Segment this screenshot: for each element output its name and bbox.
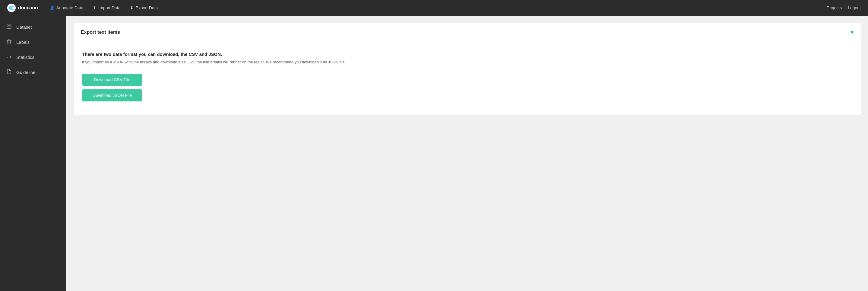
- svg-point-0: [7, 24, 11, 26]
- layout: Dataset Labels Statistics: [0, 16, 868, 291]
- projects-link[interactable]: Projects: [827, 5, 842, 10]
- main-content: Export text items ▾ There are two data f…: [66, 16, 868, 291]
- info-bold-text: There are two data format you can downlo…: [82, 52, 852, 57]
- annotate-data-link[interactable]: 👤 Annotate Data: [45, 4, 88, 12]
- brand[interactable]: 🌐 doccano: [7, 4, 38, 12]
- card-title: Export text items: [81, 30, 120, 35]
- labels-icon: [6, 39, 12, 45]
- svg-marker-1: [7, 39, 11, 43]
- sidebar: Dataset Labels Statistics: [0, 16, 66, 291]
- sidebar-item-guideline[interactable]: Guideline: [0, 65, 66, 80]
- sidebar-item-dataset[interactable]: Dataset: [0, 19, 66, 34]
- export-data-link[interactable]: ⬇ Export Data: [126, 4, 162, 12]
- sidebar-statistics-label: Statistics: [16, 55, 34, 60]
- annotate-icon: 👤: [50, 5, 55, 10]
- statistics-icon: [6, 54, 12, 60]
- download-csv-button[interactable]: Download CSV File: [82, 74, 142, 86]
- export-card: Export text items ▾ There are two data f…: [73, 23, 861, 115]
- sidebar-item-statistics[interactable]: Statistics: [0, 50, 66, 65]
- sidebar-guideline-label: Guideline: [16, 70, 35, 75]
- topnav: 🌐 doccano 👤 Annotate Data ⬆ Import Data …: [0, 0, 868, 16]
- chevron-down-icon[interactable]: ▾: [851, 29, 854, 36]
- sidebar-dataset-label: Dataset: [16, 25, 32, 30]
- brand-name: doccano: [18, 5, 38, 10]
- export-icon: ⬇: [130, 5, 134, 10]
- card-header: Export text items ▾: [73, 23, 861, 42]
- import-data-link[interactable]: ⬆ Import Data: [89, 4, 125, 12]
- import-icon: ⬆: [93, 5, 96, 10]
- download-json-button[interactable]: Download JSON File: [82, 89, 142, 101]
- logout-link[interactable]: Logout: [848, 5, 861, 10]
- card-body: There are two data format you can downlo…: [73, 42, 861, 115]
- info-text: If you import as a JSON with line breaks…: [82, 59, 852, 65]
- topnav-links: 👤 Annotate Data ⬆ Import Data ⬇ Export D…: [45, 4, 827, 12]
- brand-icon: 🌐: [7, 4, 16, 12]
- dataset-icon: [6, 24, 12, 30]
- sidebar-item-labels[interactable]: Labels: [0, 34, 66, 50]
- topnav-right: Projects Logout: [827, 5, 861, 10]
- sidebar-labels-label: Labels: [16, 39, 30, 45]
- guideline-icon: [6, 69, 12, 76]
